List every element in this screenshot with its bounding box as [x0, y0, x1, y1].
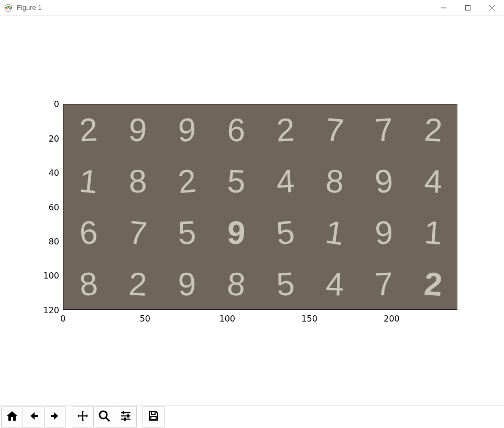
figure-canvas[interactable]: 0 20 40 60 80 100 120 0 50 100 150 200	[0, 16, 504, 404]
digit-cell: 7	[357, 258, 409, 310]
svg-rect-8	[121, 415, 130, 416]
digit-cell: 1	[306, 204, 363, 262]
svg-rect-13	[151, 416, 156, 420]
x-tick-label: 200	[384, 314, 400, 324]
digit-cell: 5	[210, 155, 261, 209]
digit-cell: 8	[112, 155, 162, 208]
sliders-icon	[119, 410, 132, 424]
digit-cell: 5	[258, 205, 312, 261]
move-icon	[76, 410, 89, 424]
svg-line-6	[106, 418, 109, 421]
y-tick-label: 100	[33, 271, 59, 281]
forward-button[interactable]	[44, 406, 66, 427]
digit-cell: 8	[209, 256, 262, 310]
y-tick-label: 40	[33, 167, 59, 177]
digit-cell: 4	[259, 155, 311, 209]
x-tick-label: 50	[140, 314, 150, 324]
arrow-right-icon	[49, 410, 61, 424]
save-icon	[147, 410, 160, 424]
digit-cell: 6	[210, 104, 261, 157]
pan-button[interactable]	[72, 406, 94, 427]
digit-cell: 9	[111, 104, 164, 157]
y-tick-label: 60	[33, 202, 59, 212]
window-title: Figure 1	[17, 4, 42, 12]
minimize-button[interactable]	[432, 0, 456, 16]
svg-rect-11	[127, 414, 129, 418]
maximize-button[interactable]	[456, 0, 480, 16]
digit-cell: 6	[63, 206, 114, 260]
digit-cell: 9	[356, 153, 411, 209]
y-tick-label: 0	[33, 99, 59, 109]
mpl-nav-toolbar	[0, 405, 504, 428]
digit-cell: 7	[357, 104, 410, 157]
image-plot: 2 9 9 6 2 7 7 2 1 8 2 5 4 8 9 4 6 7 5 9 …	[63, 104, 457, 310]
y-tick-label: 80	[33, 237, 59, 247]
axes: 0 20 40 60 80 100 120 0 50 100 150 200	[63, 104, 457, 310]
digit-cell: 1	[63, 153, 115, 209]
digit-cell: 2	[160, 154, 213, 209]
digit-cell: 2	[259, 104, 310, 157]
zoom-button[interactable]	[93, 406, 115, 427]
svg-rect-10	[123, 411, 124, 414]
x-tick-label: 150	[301, 314, 317, 324]
digit-cell: 2	[111, 258, 163, 310]
digit-cell: 8	[63, 256, 115, 310]
digit-cell: 9	[161, 258, 212, 310]
digit-cell: 9	[210, 206, 261, 260]
titlebar: Figure 1	[0, 0, 504, 16]
close-button[interactable]	[480, 0, 504, 16]
home-button[interactable]	[1, 406, 23, 427]
arrow-left-icon	[27, 410, 40, 424]
home-icon	[6, 410, 18, 424]
digit-cell: 5	[259, 257, 312, 310]
digit-cell: 1	[407, 206, 457, 260]
svg-rect-12	[124, 418, 126, 421]
digit-cell: 8	[308, 154, 361, 209]
x-tick-label: 0	[60, 314, 65, 324]
y-tick-label: 120	[33, 305, 59, 315]
svg-point-5	[100, 411, 107, 419]
digit-cell: 2	[407, 104, 457, 157]
digit-cell: 2	[63, 104, 114, 157]
app-icon	[4, 4, 13, 12]
x-tick-label: 100	[219, 314, 235, 324]
digit-cell: 7	[110, 205, 165, 261]
svg-rect-2	[466, 5, 470, 10]
digit-cell: 5	[161, 206, 212, 259]
zoom-icon	[98, 410, 111, 424]
digit-cell: 4	[309, 258, 359, 310]
digit-cell: 2	[407, 257, 457, 310]
save-button[interactable]	[143, 406, 165, 427]
configure-subplots-button[interactable]	[115, 406, 137, 427]
digit-cell: 9	[357, 206, 409, 260]
svg-rect-14	[151, 412, 155, 414]
digit-cell: 9	[162, 104, 211, 158]
digit-cell: 4	[407, 155, 457, 208]
back-button[interactable]	[23, 406, 45, 427]
digit-cell: 7	[308, 104, 361, 158]
y-tick-label: 20	[33, 133, 59, 143]
svg-rect-7	[121, 412, 130, 413]
